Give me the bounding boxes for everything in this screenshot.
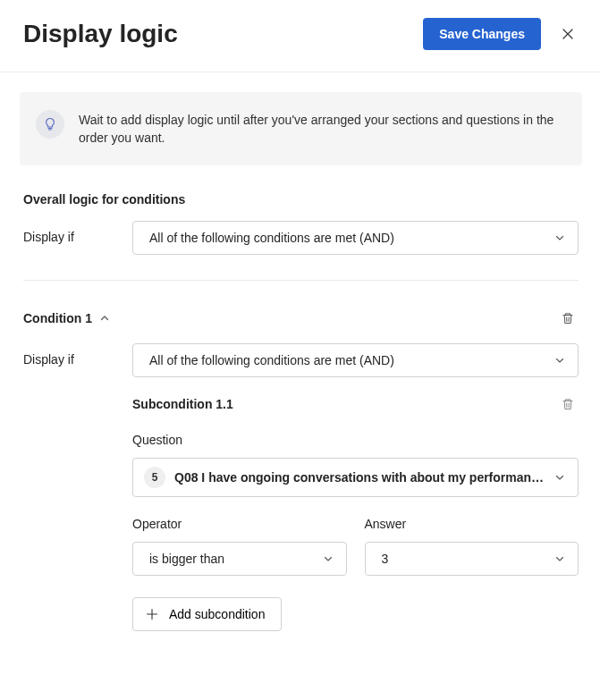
- answer-value: 3: [382, 552, 389, 566]
- condition-display-if-select[interactable]: All of the following conditions are met …: [132, 343, 579, 377]
- tip-icon-wrapper: [36, 110, 64, 139]
- chevron-down-icon: [323, 553, 334, 564]
- plus-icon: [146, 608, 158, 620]
- divider: [23, 280, 579, 281]
- chevron-down-icon: [554, 553, 565, 564]
- close-icon: [561, 27, 575, 41]
- header-actions: Save Changes: [423, 18, 579, 50]
- page-title: Display logic: [23, 20, 178, 48]
- trash-icon: [561, 397, 575, 411]
- operator-value: is bigger than: [149, 552, 224, 566]
- overall-display-if-row: Display if All of the following conditio…: [23, 221, 579, 255]
- chevron-down-icon: [554, 232, 565, 243]
- add-subcondition-label: Add subcondition: [169, 607, 265, 621]
- condition-display-if-value: All of the following conditions are met …: [149, 353, 394, 367]
- question-badge: 5: [144, 467, 165, 488]
- question-label: Question: [132, 433, 579, 447]
- subcondition-header: Subcondition 1.1: [132, 393, 579, 415]
- chevron-down-icon: [554, 472, 565, 483]
- condition-header: Condition 1: [23, 308, 579, 329]
- add-subcondition-button[interactable]: Add subcondition: [132, 597, 282, 631]
- operator-answer-row: Operator is bigger than Answer 3: [132, 517, 579, 576]
- save-changes-button[interactable]: Save Changes: [423, 18, 541, 50]
- condition-title: Condition 1: [23, 311, 92, 325]
- chevron-up-icon: [99, 313, 110, 324]
- question-select[interactable]: 5 Q08 I have ongoing conversations with …: [132, 458, 579, 497]
- answer-label: Answer: [365, 517, 579, 531]
- condition-display-if-row: Display if All of the following conditio…: [23, 343, 579, 377]
- delete-condition-button[interactable]: [557, 308, 579, 329]
- modal-header: Display logic Save Changes: [0, 0, 600, 72]
- overall-display-if-value: All of the following conditions are met …: [149, 231, 394, 245]
- overall-display-if-label: Display if: [23, 221, 113, 255]
- condition-display-if-label: Display if: [23, 343, 113, 377]
- overall-logic-title: Overall logic for conditions: [23, 192, 579, 207]
- subcondition-title: Subcondition 1.1: [132, 397, 233, 411]
- overall-logic-section: Overall logic for conditions Display if …: [20, 192, 582, 631]
- delete-subcondition-button[interactable]: [557, 393, 579, 415]
- overall-display-if-select[interactable]: All of the following conditions are met …: [132, 221, 579, 255]
- chevron-down-icon: [554, 355, 565, 366]
- operator-select[interactable]: is bigger than: [132, 542, 347, 576]
- subcondition: Subcondition 1.1 Question 5 Q08 I have o…: [132, 393, 579, 631]
- question-text: Q08 I have ongoing conversations with ab…: [174, 470, 544, 485]
- lightbulb-icon: [43, 117, 57, 131]
- content: Wait to add display logic until after yo…: [0, 72, 600, 651]
- info-banner: Wait to add display logic until after yo…: [20, 92, 582, 165]
- operator-label: Operator: [132, 517, 347, 531]
- trash-icon: [561, 311, 575, 325]
- condition-toggle[interactable]: Condition 1: [23, 311, 110, 325]
- close-button[interactable]: [557, 23, 579, 45]
- info-text: Wait to add display logic until after yo…: [79, 110, 562, 148]
- answer-select[interactable]: 3: [365, 542, 579, 576]
